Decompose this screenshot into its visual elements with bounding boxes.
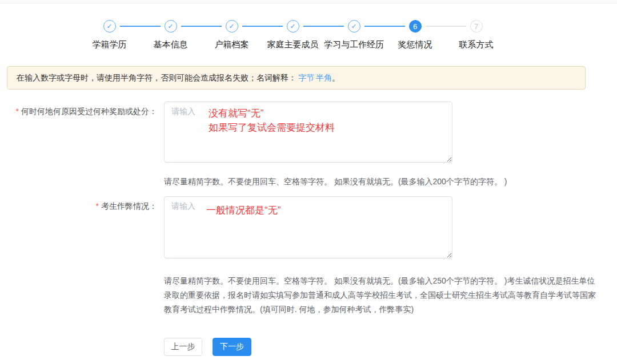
- step-7-number: 7: [470, 20, 483, 33]
- rewards-punishments-textarea[interactable]: [164, 102, 452, 163]
- check-icon: ✓: [287, 20, 299, 33]
- step-6-current: 6 奖惩情况: [384, 20, 446, 50]
- step-1: ✓ 学籍学历: [79, 20, 140, 50]
- required-asterisk: *: [16, 107, 19, 116]
- check-icon: ✓: [103, 20, 116, 33]
- step-2-label: 基本信息: [154, 39, 188, 50]
- byte-definition-link[interactable]: 字节: [298, 73, 314, 83]
- step-7: 7 联系方式: [446, 20, 507, 50]
- wizard-buttons: 上一步 下一步: [164, 338, 251, 356]
- step-4: ✓ 家庭主要成员: [262, 20, 323, 50]
- step-7-label: 联系方式: [459, 39, 494, 50]
- step-6-label: 奖惩情况: [398, 39, 432, 50]
- step-2: ✓ 基本信息: [140, 20, 201, 50]
- check-icon: ✓: [165, 20, 177, 33]
- step-1-label: 学籍学历: [93, 39, 127, 50]
- step-5: ✓ 学习与工作经历: [323, 20, 384, 50]
- progress-stepper: ✓ 学籍学历 ✓ 基本信息 ✓ 户籍档案 ✓ 家庭主要成员 ✓ 学习与工作经历 …: [79, 20, 507, 50]
- previous-step-button[interactable]: 上一步: [164, 338, 202, 356]
- notice-banner: 在输入数字或字母时，请使用半角字符，否则可能会造成报名失败；名词解释：字节半角。: [7, 66, 586, 90]
- halfwidth-definition-link[interactable]: 半角: [316, 73, 332, 83]
- cheating-record-textarea[interactable]: [164, 196, 452, 258]
- step-6-number: 6: [409, 20, 422, 33]
- step-3-label: 户籍档案: [215, 39, 249, 50]
- notice-text: 在输入数字或字母时，请使用半角字符，否则可能会造成报名失败；名词解释：: [17, 73, 297, 83]
- rewards-punishments-label: *何时何地何原因受过何种奖励或处分：: [0, 102, 157, 117]
- cheating-record-row: *考生作弊情况： 一般情况都是“无” 请尽量精简字数。不要使用回车。空格等字符。…: [0, 196, 597, 317]
- rewards-helper-text: 请尽量精简字数。不要使用回车、空格等字符。 如果没有就填无。(最多输入200个字…: [164, 175, 597, 189]
- required-asterisk: *: [96, 201, 99, 211]
- check-icon: ✓: [226, 20, 238, 33]
- rewards-punishments-row: *何时何地何原因受过何种奖励或处分： 没有就写“无” 如果写了复试会需要提交材料…: [0, 102, 597, 189]
- top-divider: [0, 3, 617, 3]
- next-step-button[interactable]: 下一步: [213, 338, 251, 356]
- check-icon: ✓: [348, 20, 360, 33]
- cheating-helper-text: 请尽量精简字数。不要使用回车。空格等字符。 如果没有就填无。(最多输入250个字…: [164, 274, 597, 317]
- notice-text-end: 。: [332, 73, 340, 83]
- step-4-label: 家庭主要成员: [267, 39, 319, 50]
- cheating-record-label: *考生作弊情况：: [0, 196, 157, 212]
- step-5-label: 学习与工作经历: [324, 39, 384, 50]
- step-3: ✓ 户籍档案: [201, 20, 262, 50]
